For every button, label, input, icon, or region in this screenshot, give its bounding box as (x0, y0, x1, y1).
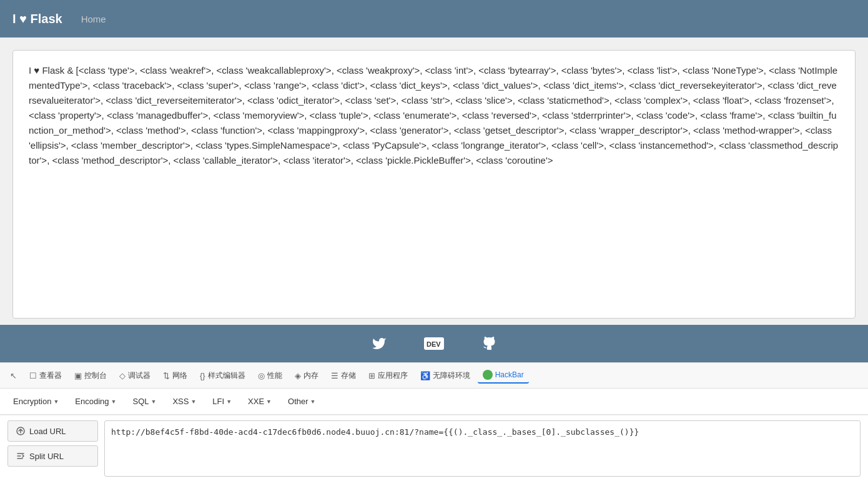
svg-text:DEV: DEV (427, 340, 441, 348)
accessibility-icon: ♿ (420, 371, 430, 380)
devtools-network[interactable]: ⇅ 网络 (158, 368, 192, 384)
style-editor-icon: {} (200, 371, 205, 380)
nav-home-link[interactable]: Home (81, 14, 106, 24)
devtools-debugger[interactable]: ◇ 调试器 (114, 368, 155, 384)
hackbar-buttons: Load URL Split URL (7, 420, 98, 477)
content-text: I ♥ Flask & [<class 'type'>, <class 'wea… (29, 63, 839, 168)
other-arrow: ▼ (310, 399, 316, 405)
devtools-cursor[interactable]: ↖ (5, 369, 22, 383)
devtools-application[interactable]: ⊞ 应用程序 (363, 368, 413, 384)
load-url-icon (16, 426, 26, 436)
performance-icon: ◎ (258, 371, 265, 380)
split-url-button[interactable]: Split URL (7, 445, 98, 467)
hackbar-url-area: Load URL Split URL (0, 415, 868, 481)
encryption-dropdown[interactable]: Encryption ▼ (6, 393, 66, 410)
hackbar-icon (483, 370, 493, 380)
devtools-inspector[interactable]: ☐ 查看器 (24, 368, 67, 384)
nav-brand: I ♥ Flask (12, 12, 62, 26)
devtools-storage[interactable]: ☰ 存储 (326, 368, 361, 384)
debugger-icon: ◇ (119, 371, 126, 380)
inspector-icon: ☐ (29, 371, 37, 380)
devtools-console[interactable]: ▣ 控制台 (69, 368, 112, 384)
hackbar-toolbar: Encryption ▼ Encoding ▼ SQL ▼ XSS ▼ LFI … (0, 389, 868, 415)
xss-arrow: ▼ (190, 399, 196, 405)
console-icon: ▣ (74, 371, 82, 380)
memory-icon: ◈ (295, 371, 301, 380)
devtools-bar: ↖ ☐ 查看器 ▣ 控制台 ◇ 调试器 ⇅ 网络 {} 样式编辑器 ◎ 性能 ◈… (0, 362, 868, 389)
lfi-arrow: ▼ (226, 399, 232, 405)
url-input[interactable] (104, 420, 861, 477)
devtools-performance[interactable]: ◎ 性能 (253, 368, 287, 384)
xss-dropdown[interactable]: XSS ▼ (165, 393, 203, 410)
other-dropdown[interactable]: Other ▼ (281, 393, 322, 410)
main-content: I ♥ Flask & [<class 'type'>, <class 'wea… (0, 37, 868, 325)
social-bar: DEV (0, 325, 868, 362)
load-url-button[interactable]: Load URL (7, 420, 98, 442)
devtools-accessibility[interactable]: ♿ 无障碍环境 (415, 368, 475, 384)
devtools-style-editor[interactable]: {} 样式编辑器 (195, 368, 250, 384)
sql-arrow: ▼ (151, 399, 157, 405)
xxe-arrow: ▼ (266, 399, 272, 405)
dev-icon[interactable]: DEV (424, 337, 444, 350)
url-input-container (104, 420, 861, 477)
network-icon: ⇅ (163, 371, 170, 380)
sql-dropdown[interactable]: SQL ▼ (126, 393, 163, 410)
encoding-arrow: ▼ (111, 399, 117, 405)
brand-text: I ♥ Flask (12, 12, 62, 26)
top-navbar: I ♥ Flask Home (0, 0, 868, 37)
encryption-arrow: ▼ (53, 399, 59, 405)
github-icon[interactable] (481, 336, 496, 351)
split-url-icon (16, 451, 26, 461)
encoding-dropdown[interactable]: Encoding ▼ (68, 393, 123, 410)
storage-icon: ☰ (331, 371, 338, 380)
application-icon: ⊞ (368, 371, 375, 380)
content-box: I ♥ Flask & [<class 'type'>, <class 'wea… (12, 50, 856, 319)
lfi-dropdown[interactable]: LFI ▼ (205, 393, 239, 410)
twitter-icon[interactable] (372, 336, 387, 351)
devtools-memory[interactable]: ◈ 内存 (290, 368, 323, 384)
xxe-dropdown[interactable]: XXE ▼ (241, 393, 279, 410)
devtools-hackbar[interactable]: HackBar (478, 367, 529, 384)
cursor-icon: ↖ (10, 371, 17, 380)
